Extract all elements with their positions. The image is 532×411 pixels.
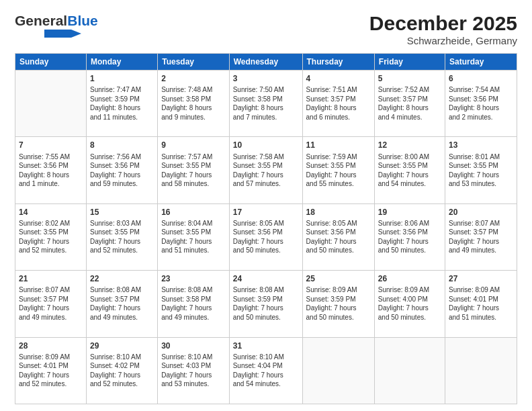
calendar-cell: 2Sunrise: 7:48 AMSunset: 3:58 PMDaylight… [158,71,230,137]
calendar-cell [15,71,87,137]
day-number: 11 [306,140,371,150]
day-info: Sunrise: 8:07 AMSunset: 3:57 PMDaylight:… [449,219,513,255]
day-info: Sunrise: 8:00 AMSunset: 3:55 PMDaylight:… [378,152,441,189]
location-title: Schwarzheide, Germany [369,35,517,46]
week-row-2: 7Sunrise: 7:55 AMSunset: 3:56 PMDaylight… [15,137,517,203]
week-row-1: 1Sunrise: 7:47 AMSunset: 3:59 PMDaylight… [15,71,517,137]
day-number: 28 [19,340,83,351]
calendar-cell: 4Sunrise: 7:51 AMSunset: 3:57 PMDaylight… [302,71,374,137]
weekday-sunday: Sunday [15,54,87,71]
day-info: Sunrise: 8:04 AMSunset: 3:55 PMDaylight:… [161,219,226,255]
logo: GeneralBlue [15,12,98,38]
calendar-cell: 31Sunrise: 8:10 AMSunset: 4:04 PMDayligh… [229,337,302,404]
calendar-cell: 17Sunrise: 8:05 AMSunset: 3:56 PMDayligh… [229,203,302,270]
day-info: Sunrise: 8:09 AMSunset: 4:00 PMDaylight:… [378,285,441,322]
day-number: 2 [161,73,226,84]
calendar-cell: 29Sunrise: 8:10 AMSunset: 4:02 PMDayligh… [86,337,157,404]
day-info: Sunrise: 7:56 AMSunset: 3:56 PMDaylight:… [90,152,154,189]
day-info: Sunrise: 8:06 AMSunset: 3:56 PMDaylight:… [378,219,441,255]
week-row-3: 14Sunrise: 8:02 AMSunset: 3:55 PMDayligh… [15,203,517,270]
day-number: 23 [161,273,226,284]
logo-icon [44,30,85,38]
calendar-cell: 7Sunrise: 7:55 AMSunset: 3:56 PMDaylight… [15,137,87,203]
calendar-cell: 12Sunrise: 8:00 AMSunset: 3:55 PMDayligh… [374,137,445,203]
calendar-cell: 15Sunrise: 8:03 AMSunset: 3:55 PMDayligh… [86,203,157,270]
weekday-thursday: Thursday [302,54,374,71]
day-info: Sunrise: 8:08 AMSunset: 3:58 PMDaylight:… [161,285,226,322]
calendar-cell: 18Sunrise: 8:05 AMSunset: 3:56 PMDayligh… [302,203,374,270]
calendar-cell: 1Sunrise: 7:47 AMSunset: 3:59 PMDaylight… [86,71,157,137]
day-number: 25 [306,273,371,284]
page: GeneralBlue December 2025 Schwarzheide, … [0,0,532,411]
day-info: Sunrise: 7:50 AMSunset: 3:58 PMDaylight:… [233,85,299,122]
day-number: 22 [90,273,154,284]
day-number: 19 [378,207,441,218]
day-info: Sunrise: 7:47 AMSunset: 3:59 PMDaylight:… [90,85,154,122]
week-row-4: 21Sunrise: 8:07 AMSunset: 3:57 PMDayligh… [15,271,517,337]
day-number: 26 [378,273,441,284]
day-number: 15 [90,207,154,218]
day-info: Sunrise: 8:07 AMSunset: 3:57 PMDaylight:… [19,285,83,322]
calendar-cell: 14Sunrise: 8:02 AMSunset: 3:55 PMDayligh… [15,203,87,270]
calendar-cell: 5Sunrise: 7:52 AMSunset: 3:57 PMDaylight… [374,71,445,137]
day-info: Sunrise: 8:05 AMSunset: 3:56 PMDaylight:… [306,219,371,255]
day-info: Sunrise: 8:09 AMSunset: 4:01 PMDaylight:… [449,285,513,322]
calendar-cell: 10Sunrise: 7:58 AMSunset: 3:55 PMDayligh… [229,137,302,203]
day-number: 18 [306,207,371,218]
calendar-cell: 26Sunrise: 8:09 AMSunset: 4:00 PMDayligh… [374,271,445,337]
day-info: Sunrise: 8:08 AMSunset: 3:59 PMDaylight:… [233,285,299,322]
day-info: Sunrise: 7:57 AMSunset: 3:55 PMDaylight:… [161,152,226,189]
calendar-cell: 20Sunrise: 8:07 AMSunset: 3:57 PMDayligh… [445,203,517,270]
day-number: 9 [161,140,226,150]
week-row-5: 28Sunrise: 8:09 AMSunset: 4:01 PMDayligh… [15,337,517,404]
calendar-cell: 27Sunrise: 8:09 AMSunset: 4:01 PMDayligh… [445,271,517,337]
logo-text: GeneralBlue [15,12,98,29]
day-number: 16 [161,207,226,218]
day-number: 5 [378,73,441,84]
day-number: 10 [233,140,299,150]
day-info: Sunrise: 8:05 AMSunset: 3:56 PMDaylight:… [233,219,299,255]
day-info: Sunrise: 8:09 AMSunset: 4:01 PMDaylight:… [19,353,83,389]
day-number: 6 [449,73,513,84]
calendar-cell: 8Sunrise: 7:56 AMSunset: 3:56 PMDaylight… [86,137,157,203]
calendar-table: SundayMondayTuesdayWednesdayThursdayFrid… [15,53,517,404]
title-block: December 2025 Schwarzheide, Germany [369,12,517,46]
svg-marker-0 [44,30,81,38]
day-info: Sunrise: 8:03 AMSunset: 3:55 PMDaylight:… [90,219,154,255]
day-info: Sunrise: 7:54 AMSunset: 3:56 PMDaylight:… [449,85,513,122]
calendar-cell [374,337,445,404]
day-number: 29 [90,340,154,351]
calendar-cell: 6Sunrise: 7:54 AMSunset: 3:56 PMDaylight… [445,71,517,137]
calendar-cell: 16Sunrise: 8:04 AMSunset: 3:55 PMDayligh… [158,203,230,270]
calendar-cell: 9Sunrise: 7:57 AMSunset: 3:55 PMDaylight… [158,137,230,203]
day-number: 13 [449,140,513,150]
weekday-saturday: Saturday [445,54,517,71]
weekday-wednesday: Wednesday [229,54,302,71]
day-number: 31 [233,340,299,351]
day-info: Sunrise: 7:52 AMSunset: 3:57 PMDaylight:… [378,85,441,122]
day-number: 4 [306,73,371,84]
weekday-header-row: SundayMondayTuesdayWednesdayThursdayFrid… [15,54,517,71]
day-number: 7 [19,140,83,150]
calendar-cell: 24Sunrise: 8:08 AMSunset: 3:59 PMDayligh… [229,271,302,337]
day-number: 27 [449,273,513,284]
day-number: 24 [233,273,299,284]
day-info: Sunrise: 7:55 AMSunset: 3:56 PMDaylight:… [19,152,83,189]
header: GeneralBlue December 2025 Schwarzheide, … [15,12,517,46]
day-number: 3 [233,73,299,84]
day-number: 20 [449,207,513,218]
weekday-friday: Friday [374,54,445,71]
day-info: Sunrise: 8:10 AMSunset: 4:04 PMDaylight:… [233,353,299,389]
calendar-cell [302,337,374,404]
day-info: Sunrise: 8:10 AMSunset: 4:02 PMDaylight:… [90,353,154,389]
day-info: Sunrise: 7:51 AMSunset: 3:57 PMDaylight:… [306,85,371,122]
day-number: 8 [90,140,154,150]
day-number: 21 [19,273,83,284]
day-number: 17 [233,207,299,218]
calendar-cell: 22Sunrise: 8:08 AMSunset: 3:57 PMDayligh… [86,271,157,337]
day-info: Sunrise: 8:01 AMSunset: 3:55 PMDaylight:… [449,152,513,189]
weekday-tuesday: Tuesday [158,54,230,71]
calendar-cell: 23Sunrise: 8:08 AMSunset: 3:58 PMDayligh… [158,271,230,337]
day-number: 12 [378,140,441,150]
calendar-cell: 30Sunrise: 8:10 AMSunset: 4:03 PMDayligh… [158,337,230,404]
